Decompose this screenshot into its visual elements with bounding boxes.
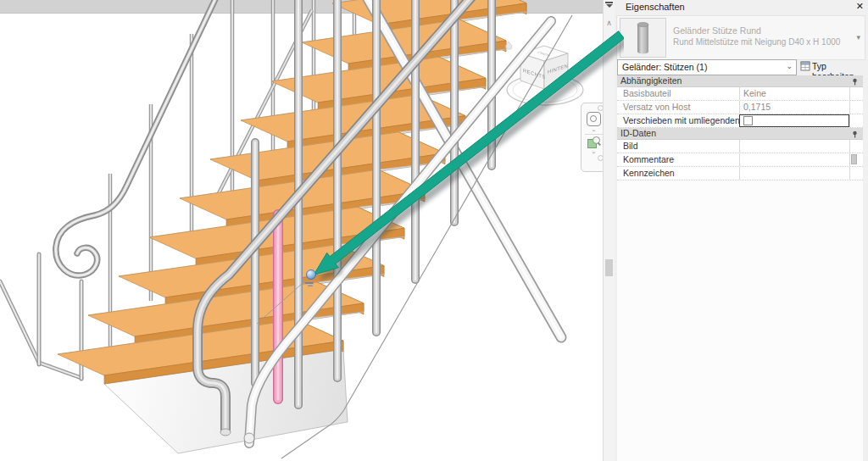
property-grid-empty-area: [617, 181, 863, 461]
property-value[interactable]: Keine: [739, 87, 849, 100]
property-label: Verschieben mit umliegenden ...: [617, 114, 739, 127]
navigation-bar[interactable]: ⌄ ⌄: [581, 103, 603, 172]
selection-combo-value: Geländer: Stützen (1): [622, 62, 707, 72]
navbar-divider: [585, 134, 603, 135]
properties-panel-header[interactable]: Eigenschaften ✕: [615, 0, 868, 14]
row-end-cell: [849, 153, 858, 166]
property-label: Kennzeichen: [617, 167, 739, 180]
section-header[interactable]: ID-Daten: [617, 128, 863, 140]
section-header[interactable]: Abhängigkeiten: [617, 75, 863, 87]
value-expand-button[interactable]: [851, 154, 857, 164]
selection-filter-combobox[interactable]: Geländer: Stützen (1) ⌄: [617, 59, 797, 75]
steering-wheel-icon[interactable]: [587, 112, 601, 126]
type-name: Rund Mittelstütze mit Neigung D40 x H 10…: [673, 37, 858, 47]
edit-type-button[interactable]: Typ bearbeiten: [799, 59, 867, 74]
chevron-down-icon: ⌄: [786, 62, 793, 70]
type-selector-dropdown-arrow[interactable]: ▾: [856, 33, 860, 42]
chevron-down-icon[interactable]: ⌄: [592, 127, 597, 132]
property-row: Kennzeichen: [617, 167, 863, 181]
property-value[interactable]: [739, 140, 849, 153]
property-grid: AbhängigkeitenBasisbauteilKeineVersatz v…: [617, 75, 863, 181]
row-end-cell: [849, 101, 858, 114]
navbar-grip-dot: [598, 105, 603, 111]
property-value[interactable]: [739, 153, 849, 166]
property-value[interactable]: [739, 114, 849, 127]
pin-icon: [852, 130, 858, 140]
property-label: Bild: [617, 140, 739, 153]
row-end-cell: [849, 167, 858, 180]
edit-type-icon: [800, 61, 811, 74]
close-icon[interactable]: ✕: [856, 1, 864, 12]
property-value[interactable]: 0,1715: [739, 101, 849, 114]
viewport-scrollbar[interactable]: ∧: [603, 0, 615, 461]
navbar-grip-dot: [598, 155, 603, 161]
viewport-top-strip: [0, 0, 603, 14]
property-row: Verschieben mit umliegenden ...: [617, 114, 863, 128]
property-row: Kommentare: [617, 153, 863, 167]
zoom-region-icon[interactable]: [587, 136, 600, 148]
section-title: Abhängigkeiten: [620, 75, 682, 86]
checkbox[interactable]: [743, 116, 753, 125]
pin-icon: [852, 77, 858, 87]
property-row: Bild: [617, 140, 863, 153]
property-label: Basisbauteil: [617, 87, 739, 100]
3d-viewport[interactable]: ⌄ ⌄: [0, 0, 603, 461]
property-row: Versatz von Host0,1715: [617, 101, 863, 114]
properties-panel: Eigenschaften ✕ Geländer Stütze Ru: [614, 0, 868, 461]
row-end-cell: [849, 114, 858, 127]
property-row: BasisbauteilKeine: [617, 87, 863, 101]
section-title: ID-Daten: [620, 128, 656, 138]
revit-window: ⌄ ⌄ ∧ Eigenschaften ✕: [0, 0, 868, 461]
chevron-down-icon[interactable]: ⌄: [592, 149, 597, 154]
row-end-cell: [849, 140, 858, 153]
type-selector[interactable]: Geländer Stütze Rund Rund Mittelstütze m…: [616, 15, 865, 60]
type-thumbnail-cylinder-image: [620, 18, 666, 58]
property-label: Versatz von Host: [617, 101, 739, 114]
panel-title: Eigenschaften: [626, 2, 685, 12]
scrollbar-thumb[interactable]: [605, 259, 613, 276]
property-label: Kommentare: [617, 153, 739, 166]
row-end-cell: [849, 87, 858, 100]
scrollbar-menu-icon[interactable]: [605, 2, 613, 9]
property-value[interactable]: [739, 167, 849, 180]
type-family-name: Geländer Stütze Rund: [673, 25, 761, 36]
scroll-up-arrow[interactable]: ∧: [604, 19, 615, 27]
